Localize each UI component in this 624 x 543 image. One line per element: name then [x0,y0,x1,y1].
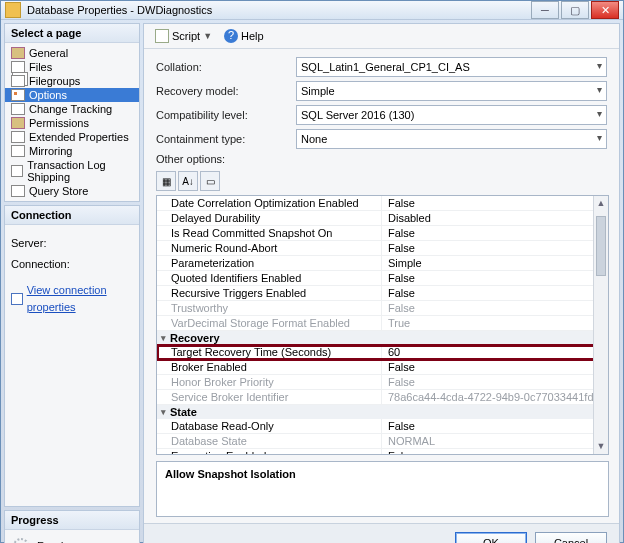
property-name: Parameterization [157,256,382,270]
page-extended-properties[interactable]: Extended Properties [5,130,139,144]
script-dropdown-icon[interactable]: ▼ [203,31,212,41]
property-value[interactable]: False [382,360,608,374]
property-value[interactable]: True [382,316,608,330]
property-value[interactable]: NORMAL [382,434,608,448]
property-value[interactable]: False [382,301,608,315]
script-icon [155,29,169,43]
property-value[interactable]: Simple [382,256,608,270]
grid-categorized-button[interactable]: ▦ [156,171,176,191]
property-name: Encryption Enabled [157,449,382,455]
collation-label: Collation: [156,61,296,73]
progress-header: Progress [5,511,139,530]
property-name: Quoted Identifiers Enabled [157,271,382,285]
description-pane: Allow Snapshot Isolation [156,461,609,517]
extprops-icon [11,131,25,143]
mirroring-icon [11,145,25,157]
property-name: Broker Enabled [157,360,382,374]
description-title: Allow Snapshot Isolation [165,468,600,480]
property-row[interactable]: Service Broker Identifier78a6ca44-4cda-4… [157,390,608,405]
recovery-select[interactable]: Simple [296,81,607,101]
property-value[interactable]: False [382,241,608,255]
view-connection-link[interactable]: View connection properties [11,282,133,315]
help-button[interactable]: ?Help [221,28,267,44]
window-title: Database Properties - DWDiagnostics [27,4,531,16]
property-row[interactable]: Delayed DurabilityDisabled [157,211,608,226]
property-row[interactable]: Quoted Identifiers EnabledFalse [157,271,608,286]
property-name: VarDecimal Storage Format Enabled [157,316,382,330]
property-row[interactable]: Numeric Round-AbortFalse [157,241,608,256]
property-row[interactable]: TrustworthyFalse [157,301,608,316]
page-query-store[interactable]: Query Store [5,184,139,198]
grid-scrollbar[interactable]: ▲ ▼ [593,196,608,454]
property-name: Honor Broker Priority [157,375,382,389]
compat-label: Compatibility level: [156,109,296,121]
property-row[interactable]: Database Read-OnlyFalse [157,419,608,434]
close-button[interactable]: ✕ [591,1,619,19]
property-value[interactable]: 78a6ca44-4cda-4722-94b9-0c77033441fd [382,390,608,404]
page-filegroups[interactable]: Filegroups [5,74,139,88]
connection-icon [11,293,23,305]
script-button[interactable]: Script▼ [152,28,215,44]
property-value[interactable]: False [382,286,608,300]
page-mirroring[interactable]: Mirroring [5,144,139,158]
property-section[interactable]: State [157,405,608,419]
containment-select[interactable]: None [296,129,607,149]
property-value[interactable]: False [382,226,608,240]
property-row[interactable]: Recursive Triggers EnabledFalse [157,286,608,301]
grid-sort-button[interactable]: A↓ [178,171,198,191]
server-label: Server: [11,235,133,252]
property-row[interactable]: Encryption EnabledFalse [157,449,608,455]
select-page-header: Select a page [5,24,139,43]
property-row[interactable]: Date Correlation Optimization EnabledFal… [157,196,608,211]
page-permissions[interactable]: Permissions [5,116,139,130]
page-change-tracking[interactable]: Change Tracking [5,102,139,116]
property-row[interactable]: Honor Broker PriorityFalse [157,375,608,390]
property-value[interactable]: False [382,271,608,285]
property-value[interactable]: False [382,419,608,433]
property-section[interactable]: Recovery [157,331,608,345]
querystore-icon [11,185,25,197]
property-name: Numeric Round-Abort [157,241,382,255]
property-value[interactable]: Disabled [382,211,608,225]
page-files[interactable]: Files [5,60,139,74]
recovery-label: Recovery model: [156,85,296,97]
permissions-icon [11,117,25,129]
titlebar[interactable]: Database Properties - DWDiagnostics ─ ▢ … [1,1,623,20]
property-row[interactable]: Target Recovery Time (Seconds)60 [157,345,608,360]
compat-select[interactable]: SQL Server 2016 (130) [296,105,607,125]
grid-props-button[interactable]: ▭ [200,171,220,191]
page-list: General Files Filegroups Options Change … [5,43,139,201]
property-name: Delayed Durability [157,211,382,225]
page-general[interactable]: General [5,46,139,60]
files-icon [11,61,25,73]
property-value[interactable]: False [382,449,608,455]
page-txlog-shipping[interactable]: Transaction Log Shipping [5,158,139,184]
property-name: Recursive Triggers Enabled [157,286,382,300]
property-value[interactable]: False [382,196,608,210]
maximize-button[interactable]: ▢ [561,1,589,19]
page-options[interactable]: Options [5,88,139,102]
minimize-button[interactable]: ─ [531,1,559,19]
property-name: Target Recovery Time (Seconds) [157,345,382,359]
property-value[interactable]: False [382,375,608,389]
scroll-thumb[interactable] [596,216,606,276]
scroll-down-icon[interactable]: ▼ [594,439,608,454]
property-row[interactable]: Broker EnabledFalse [157,360,608,375]
property-value[interactable]: 60 [382,345,608,359]
tracking-icon [11,103,25,115]
containment-label: Containment type: [156,133,296,145]
cancel-button[interactable]: Cancel [535,532,607,543]
property-row[interactable]: VarDecimal Storage Format EnabledTrue [157,316,608,331]
property-name: Trustworthy [157,301,382,315]
property-name: Is Read Committed Snapshot On [157,226,382,240]
app-icon [5,2,21,18]
toolbar: Script▼ ?Help [144,24,619,49]
property-row[interactable]: Is Read Committed Snapshot OnFalse [157,226,608,241]
scroll-up-icon[interactable]: ▲ [594,196,608,211]
ok-button[interactable]: OK [455,532,527,543]
property-name: Service Broker Identifier [157,390,382,404]
dialog-window: Database Properties - DWDiagnostics ─ ▢ … [0,0,624,543]
collation-select[interactable]: SQL_Latin1_General_CP1_CI_AS [296,57,607,77]
property-row[interactable]: Database StateNORMAL [157,434,608,449]
property-row[interactable]: ParameterizationSimple [157,256,608,271]
